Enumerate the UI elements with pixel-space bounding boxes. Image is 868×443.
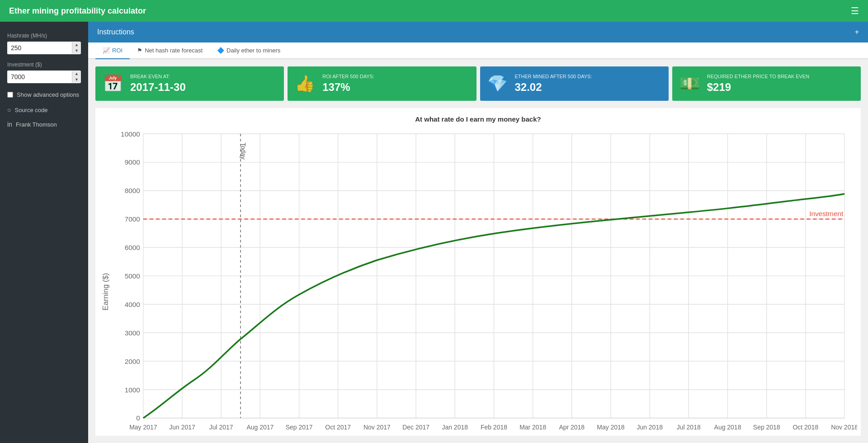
linkedin-icon: in: [7, 121, 12, 128]
stat-price-value: $219: [707, 81, 809, 94]
tab-net-hash[interactable]: ⚑ Net hash rate forecast: [130, 42, 210, 59]
svg-text:Dec 2017: Dec 2017: [402, 424, 429, 431]
svg-text:7000: 7000: [125, 215, 140, 223]
svg-text:Feb 2018: Feb 2018: [481, 424, 507, 431]
svg-text:Sep 2018: Sep 2018: [753, 424, 780, 431]
svg-text:4000: 4000: [125, 301, 140, 308]
stats-row: 📅 BREAK EVEN AT: 2017-11-30 👍 ROI AFTER …: [88, 59, 868, 108]
svg-text:May 2018: May 2018: [597, 424, 625, 431]
y-axis-ticks: 0 1000 2000 3000 4000 5000 6000 7000 800…: [121, 130, 140, 422]
svg-text:1000: 1000: [125, 386, 140, 394]
stat-break-even-label: BREAK EVEN AT:: [130, 74, 186, 79]
stat-ether-content: ETHER MINED AFTER 500 DAYS: 32.02: [515, 74, 592, 94]
hashrate-section: Hashrate (MH/s) ▲ ▼: [0, 29, 88, 58]
chart-svg-wrap: Earning ($): [99, 127, 857, 436]
svg-text:Oct 2018: Oct 2018: [793, 424, 818, 431]
chart-container: At what rate do I earn my money back? Ea…: [95, 108, 861, 436]
tabs-bar: 📈 ROI ⚑ Net hash rate forecast 🔷 Daily e…: [88, 42, 868, 59]
tab-net-hash-label: Net hash rate forecast: [145, 47, 203, 54]
stat-break-even-value: 2017-11-30: [130, 81, 186, 94]
app-title: Ether mining profitability calculator: [9, 6, 851, 16]
investment-line-label: Investment: [809, 210, 844, 217]
stat-roi-value: 137%: [322, 81, 374, 94]
stat-break-even: 📅 BREAK EVEN AT: 2017-11-30: [95, 66, 284, 101]
net-hash-icon: ⚑: [137, 47, 142, 54]
svg-text:9000: 9000: [125, 158, 140, 166]
stat-break-even-content: BREAK EVEN AT: 2017-11-30: [130, 74, 186, 94]
svg-text:Nov 2018: Nov 2018: [831, 424, 857, 431]
svg-text:Aug 2018: Aug 2018: [714, 424, 741, 431]
show-advanced-row[interactable]: Show advanced options: [0, 87, 88, 103]
hashrate-up-button[interactable]: ▲: [72, 42, 81, 48]
author-link[interactable]: in Frank Thomson: [0, 117, 88, 132]
stat-roi-content: ROI AFTER 500 DAYS: 137%: [322, 74, 374, 94]
thumbsup-icon: 👍: [295, 74, 315, 93]
svg-text:5000: 5000: [125, 272, 140, 280]
stat-price-content: REQUIRED ETHER PRICE TO BREAK EVEN $219: [707, 74, 809, 94]
instructions-plus-icon[interactable]: +: [855, 28, 859, 36]
svg-text:6000: 6000: [125, 244, 140, 251]
source-code-label: Source code: [14, 107, 47, 113]
today-label: Today: [240, 143, 247, 160]
hashrate-spinner: ▲ ▼: [72, 42, 81, 54]
tab-roi[interactable]: 📈 ROI: [95, 42, 130, 59]
investment-up-button[interactable]: ▲: [72, 71, 81, 77]
show-advanced-checkbox[interactable]: [7, 92, 13, 98]
investment-label: Investment ($): [7, 61, 81, 68]
daily-ether-icon: 🔷: [217, 47, 224, 54]
svg-text:10000: 10000: [121, 130, 140, 138]
stat-roi-label: ROI AFTER 500 DAYS:: [322, 74, 374, 79]
hashrate-input[interactable]: [7, 42, 72, 54]
svg-text:Jul 2018: Jul 2018: [677, 424, 701, 431]
svg-text:Mar 2018: Mar 2018: [519, 424, 546, 431]
tab-daily-ether-label: Daily ether to miners: [226, 47, 280, 54]
roi-icon: 📈: [103, 47, 110, 54]
hashrate-label: Hashrate (MH/s): [7, 33, 81, 39]
stat-price-label: REQUIRED ETHER PRICE TO BREAK EVEN: [707, 74, 809, 79]
svg-text:Oct 2017: Oct 2017: [325, 424, 351, 431]
diamond-icon: 💎: [487, 74, 508, 93]
sidebar: Hashrate (MH/s) ▲ ▼ Investment ($) ▲ ▼: [0, 22, 88, 443]
investment-input[interactable]: [7, 71, 72, 83]
x-axis-ticks: May 2017 Jun 2017 Jul 2017 Aug 2017 Sep …: [129, 424, 857, 431]
source-code-link[interactable]: ○ Source code: [0, 103, 88, 117]
stat-ether-label: ETHER MINED AFTER 500 DAYS:: [515, 74, 592, 79]
money-icon: 💵: [679, 74, 700, 93]
svg-text:Aug 2017: Aug 2017: [246, 424, 274, 431]
author-label: Frank Thomson: [16, 121, 57, 128]
svg-text:May 2017: May 2017: [129, 424, 157, 431]
svg-text:0: 0: [136, 414, 140, 422]
investment-input-wrap: ▲ ▼: [7, 71, 81, 83]
svg-text:Apr 2018: Apr 2018: [559, 424, 585, 431]
investment-spinner: ▲ ▼: [72, 71, 81, 83]
circle-icon: ○: [7, 106, 11, 113]
show-advanced-label: Show advanced options: [17, 91, 79, 98]
instructions-title: Instructions: [97, 28, 134, 36]
tab-roi-label: ROI: [112, 47, 123, 54]
stat-ether-value: 32.02: [515, 81, 592, 94]
menu-icon[interactable]: ☰: [851, 5, 859, 16]
investment-down-button[interactable]: ▼: [72, 77, 81, 83]
svg-text:8000: 8000: [125, 187, 140, 194]
calendar-icon: 📅: [103, 74, 123, 93]
svg-text:Jan 2018: Jan 2018: [442, 424, 468, 431]
svg-text:Jun 2018: Jun 2018: [637, 424, 663, 431]
svg-text:3000: 3000: [125, 329, 140, 337]
investment-section: Investment ($) ▲ ▼: [0, 58, 88, 87]
stat-ether-mined: 💎 ETHER MINED AFTER 500 DAYS: 32.02: [480, 66, 669, 101]
hashrate-input-wrap: ▲ ▼: [7, 42, 81, 54]
svg-text:Jul 2017: Jul 2017: [209, 424, 233, 431]
hashrate-down-button[interactable]: ▼: [72, 48, 81, 54]
main-content: Instructions + 📈 ROI ⚑ Net hash rate for…: [88, 22, 868, 443]
svg-text:Nov 2017: Nov 2017: [363, 424, 391, 431]
stat-required-price: 💵 REQUIRED ETHER PRICE TO BREAK EVEN $21…: [672, 66, 861, 101]
main-chart-svg: Earning ($): [99, 127, 857, 436]
svg-text:Sep 2017: Sep 2017: [286, 424, 313, 431]
instructions-bar: Instructions +: [88, 22, 868, 42]
svg-text:2000: 2000: [125, 358, 140, 365]
y-axis-label: Earning ($): [101, 273, 110, 311]
top-navigation: Ether mining profitability calculator ☰: [0, 0, 868, 22]
stat-roi-days: 👍 ROI AFTER 500 DAYS: 137%: [288, 66, 476, 101]
tab-daily-ether[interactable]: 🔷 Daily ether to miners: [210, 42, 288, 59]
svg-text:Jun 2017: Jun 2017: [169, 424, 195, 431]
